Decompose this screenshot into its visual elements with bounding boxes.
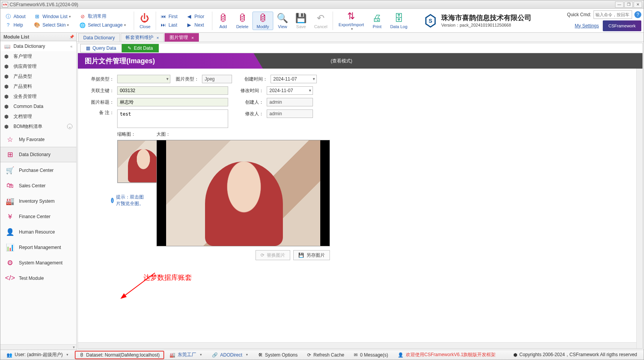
help-button[interactable]: ?Help xyxy=(3,21,28,29)
palette-icon: 🎨 xyxy=(34,22,40,28)
title-field[interactable] xyxy=(117,98,228,106)
nav-hr[interactable]: 👤Human Resource xyxy=(0,224,76,239)
gear-icon: ⚙ xyxy=(5,258,15,268)
sb-system-options[interactable]: 🛠System Options xyxy=(254,351,302,359)
sidebar: Module List 📌 📖Data Dictionary« ⬢客户管理 ⬢供… xyxy=(0,33,77,350)
close-window-button[interactable]: ✕ xyxy=(634,2,642,8)
cube-icon: ⬢ xyxy=(4,54,10,59)
replace-image-button[interactable]: ⟳替换图片 xyxy=(256,250,290,260)
cancel-button[interactable]: ↶Cancel xyxy=(310,12,331,30)
cube-icon: ⬢ xyxy=(4,124,10,130)
nav-favorate[interactable]: ☆My Favorate xyxy=(0,131,76,147)
nav-system[interactable]: ⚙System Management xyxy=(0,255,76,270)
titlebar: c/s CSFrameworkV6.1V6.1(2024-09) — ❐ ✕ xyxy=(0,0,644,9)
nav-finance[interactable]: ￥Finance Center xyxy=(0,209,76,224)
factory-icon: 🏭 xyxy=(170,352,175,358)
warehouse-icon: 🏭 xyxy=(5,196,15,206)
horizontal-scrollbar[interactable] xyxy=(78,342,636,348)
modify-button[interactable]: 🛢Modify xyxy=(252,12,273,30)
pin-icon[interactable]: 📌 xyxy=(69,35,74,39)
sb-refresh[interactable]: ⟳Refresh Cache xyxy=(303,351,348,359)
export-icon: ⇅ xyxy=(346,11,356,22)
next-button[interactable]: ▶Next xyxy=(184,21,207,29)
sub-tabs: ▦Query Data ✎Edit Data xyxy=(78,43,642,53)
cube-icon: ⬢ xyxy=(4,64,10,69)
prior-button[interactable]: ◀Prior xyxy=(184,12,207,21)
module-common-data[interactable]: ⬢Common Data xyxy=(0,101,76,111)
view-button[interactable]: 🔍View xyxy=(273,12,292,30)
minimize-button[interactable]: — xyxy=(615,2,624,8)
remark-field[interactable] xyxy=(117,109,228,128)
module-supplier[interactable]: ⬢供应商管理 xyxy=(0,61,76,71)
quick-cmd-input[interactable] xyxy=(594,10,632,19)
module-data-dictionary[interactable]: 📖Data Dictionary« xyxy=(0,41,76,51)
nav-inventory[interactable]: 🏭Inventory System xyxy=(0,193,76,209)
export-import-button[interactable]: ⇅Export/Import xyxy=(335,10,368,32)
book-icon: 📖 xyxy=(4,44,10,49)
first-button[interactable]: ⏮First xyxy=(158,12,180,21)
print-button[interactable]: 🖨Print xyxy=(368,12,386,30)
large-image[interactable] xyxy=(156,140,330,246)
select-skin-button[interactable]: 🎨Select Skin xyxy=(32,21,73,29)
relkey-field[interactable] xyxy=(117,86,228,95)
nav-report[interactable]: 📊Report Management xyxy=(0,239,76,255)
nav-data-dictionary[interactable]: ⊞Data Dictionary xyxy=(0,147,76,162)
my-settings-link[interactable]: My Settings xyxy=(575,23,599,29)
created-date[interactable]: 2024-11-07▼ xyxy=(271,75,317,83)
cube-icon: ⬢ xyxy=(4,104,10,109)
subtab-edit[interactable]: ✎Edit Data xyxy=(122,44,158,52)
help-badge-icon[interactable]: ? xyxy=(634,11,641,18)
content-area: Data Dictionary 帐套资料维护× 图片管理× ▦Query Dat… xyxy=(77,33,644,350)
close-tab-icon[interactable]: × xyxy=(191,35,193,40)
close-tab-icon[interactable]: × xyxy=(156,35,159,40)
delete-button[interactable]: 🛢Delete xyxy=(232,12,252,30)
doctype-label: 单据类型： xyxy=(87,76,114,82)
sb-dataset[interactable]: 🛢Dataset: Normal(DaMeng:localhost) xyxy=(75,351,165,359)
sb-ado[interactable]: 🔗ADODirect▼ xyxy=(208,351,252,359)
sb-messages[interactable]: ✉0 Message(s) xyxy=(350,351,392,359)
nav-test[interactable]: </>Test Module xyxy=(0,270,76,286)
datalog-button[interactable]: 🗄Data Log xyxy=(386,12,411,30)
expand-icon[interactable]: ▾ xyxy=(73,345,75,349)
subtab-query[interactable]: ▦Query Data xyxy=(80,44,122,52)
nav-purchase[interactable]: 🛒Purchase Center xyxy=(0,162,76,178)
sb-factory[interactable]: 🏭东莞工厂▼ xyxy=(166,351,207,359)
person-icon: 👤 xyxy=(398,352,404,358)
last-button[interactable]: ⏭Last xyxy=(158,21,180,29)
saveas-image-button[interactable]: 💾另存图片 xyxy=(293,250,330,260)
module-sales[interactable]: ⬢业务员管理 xyxy=(0,91,76,101)
sb-user[interactable]: 👥User: (admin-超级用户)▼ xyxy=(3,351,73,359)
module-customer[interactable]: ⬢客户管理 xyxy=(0,51,76,61)
modified-date[interactable]: 2024-11-07▼ xyxy=(267,86,313,95)
module-product-type[interactable]: ⬢产品类型 xyxy=(0,71,76,81)
about-button[interactable]: ⓘAbout xyxy=(3,12,28,21)
add-button[interactable]: 🛢Add xyxy=(214,12,232,30)
nav-sales[interactable]: 🛍Sales Center xyxy=(0,178,76,193)
module-docs[interactable]: ⬢文档管理 xyxy=(0,111,76,121)
vertical-scrollbar[interactable] xyxy=(636,69,642,348)
main-toolbar: ⓘAbout ?Help ⊞Window List 🎨Select Skin ⊘… xyxy=(0,9,644,33)
big-label: 大图： xyxy=(156,131,330,138)
cancel-common-button[interactable]: ⊘取消常用 xyxy=(77,12,128,21)
tab-data-dictionary[interactable]: Data Dictionary xyxy=(78,33,120,42)
tab-account[interactable]: 帐套资料维护× xyxy=(121,33,164,42)
database-icon: 🛢 xyxy=(79,352,84,358)
window-list-button[interactable]: ⊞Window List xyxy=(32,12,73,21)
user-icon: 👥 xyxy=(7,352,12,358)
chevron-down-icon: ▼ xyxy=(166,77,169,81)
modifier-field xyxy=(267,109,313,118)
select-language-button[interactable]: 🌐Select Language xyxy=(77,21,128,29)
module-bom[interactable]: ⬢BOM物料清单⌄ xyxy=(0,121,76,131)
module-product[interactable]: ⬢产品资料 xyxy=(0,81,76,91)
relkey-label: 关联主键： xyxy=(87,87,114,94)
tab-images[interactable]: 图片管理× xyxy=(165,33,198,42)
print-icon: 🖨 xyxy=(372,13,382,24)
doctype-combo[interactable]: ▼ xyxy=(117,75,170,83)
csframework-button[interactable]: CSFramework xyxy=(603,20,641,31)
star-icon: ☆ xyxy=(5,135,15,145)
restore-button[interactable]: ❐ xyxy=(624,2,633,8)
person-icon: 👤 xyxy=(5,227,15,237)
close-button[interactable]: ⏻Close xyxy=(136,12,154,30)
db-delete-icon: 🛢 xyxy=(237,13,248,24)
save-button[interactable]: 💾Save xyxy=(292,12,310,30)
